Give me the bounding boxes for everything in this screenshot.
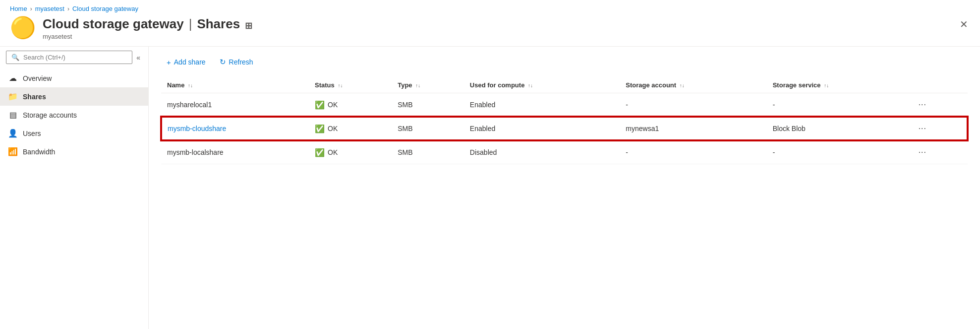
search-icon: 🔍 bbox=[11, 54, 19, 61]
sidebar-item-overview[interactable]: ☁ Overview bbox=[0, 69, 148, 87]
main-content: + Add share ↻ Refresh Name ↑↓ bbox=[149, 47, 980, 329]
cell-storage-account: - bbox=[620, 93, 766, 117]
add-icon: + bbox=[167, 58, 171, 66]
check-icon: ✅ bbox=[315, 148, 325, 157]
search-row: 🔍 « bbox=[6, 51, 142, 64]
sort-icon-status: ↑↓ bbox=[338, 83, 343, 88]
overview-icon: ☁ bbox=[8, 73, 18, 83]
cell-storage-account: - bbox=[620, 140, 766, 164]
cell-name: mysharelocal1 bbox=[161, 93, 309, 117]
sort-icon-compute: ↑↓ bbox=[528, 83, 533, 88]
refresh-icon: ↻ bbox=[220, 58, 226, 66]
breadcrumb-myasetest[interactable]: myasetest bbox=[35, 5, 64, 12]
cell-actions: ··· bbox=[909, 140, 968, 164]
refresh-label: Refresh bbox=[229, 58, 253, 66]
more-actions-button[interactable]: ··· bbox=[915, 146, 930, 159]
breadcrumb-cloud-storage[interactable]: Cloud storage gateway bbox=[72, 5, 138, 12]
shares-table: Name ↑↓ Status ↑↓ Type ↑↓ Used for com bbox=[161, 77, 968, 164]
page-header-left: 🟡 Cloud storage gateway | Shares ⊞ myase… bbox=[10, 16, 252, 40]
share-name-link[interactable]: mysmb-cloudshare bbox=[168, 125, 226, 132]
folder-icon: 🟡 bbox=[10, 17, 36, 38]
page-subtitle: myasetest bbox=[43, 33, 252, 40]
cell-name: mysmb-localshare bbox=[161, 140, 309, 164]
search-input[interactable] bbox=[23, 54, 127, 61]
cell-compute: Disabled bbox=[464, 140, 620, 164]
check-icon: ✅ bbox=[315, 100, 325, 110]
cell-type: SMB bbox=[392, 117, 464, 140]
sort-icon-name: ↑↓ bbox=[188, 83, 193, 88]
cell-compute: Enabled bbox=[464, 93, 620, 117]
status-text: OK bbox=[328, 148, 338, 156]
col-name[interactable]: Name ↑↓ bbox=[161, 77, 309, 93]
cell-compute: Enabled bbox=[464, 117, 620, 140]
cell-actions: ··· bbox=[909, 117, 968, 140]
add-share-label: Add share bbox=[174, 58, 206, 66]
sort-icon-service: ↑↓ bbox=[824, 83, 829, 88]
sidebar-item-shares[interactable]: 📁 Shares bbox=[0, 87, 148, 106]
storage-accounts-icon: ▤ bbox=[8, 110, 18, 120]
cell-storage-service: - bbox=[767, 140, 909, 164]
page-title: Cloud storage gateway | Shares ⊞ bbox=[43, 16, 252, 32]
cell-status: ✅OK bbox=[309, 93, 392, 117]
cell-status: ✅OK bbox=[309, 117, 392, 140]
add-share-button[interactable]: + Add share bbox=[161, 55, 212, 69]
sort-icon-type: ↑↓ bbox=[415, 83, 420, 88]
table-row[interactable]: mysharelocal1✅OKSMBEnabled--··· bbox=[161, 93, 968, 117]
sidebar-item-users[interactable]: 👤 Users bbox=[0, 124, 148, 142]
more-actions-button[interactable]: ··· bbox=[915, 122, 930, 135]
bandwidth-icon: 📶 bbox=[8, 147, 18, 156]
col-actions bbox=[909, 77, 968, 93]
check-icon: ✅ bbox=[315, 124, 325, 133]
overview-label: Overview bbox=[23, 74, 52, 82]
breadcrumb-sep-2: › bbox=[67, 5, 69, 12]
close-button[interactable]: ✕ bbox=[958, 16, 970, 32]
title-separator: | bbox=[189, 16, 192, 32]
resource-name: Cloud storage gateway bbox=[43, 16, 184, 32]
sort-icon-storage: ↑↓ bbox=[680, 83, 685, 88]
toolbar: + Add share ↻ Refresh bbox=[161, 55, 968, 69]
bandwidth-label: Bandwidth bbox=[23, 148, 55, 156]
storage-accounts-label: Storage accounts bbox=[23, 111, 77, 119]
shares-label: Shares bbox=[23, 93, 46, 101]
sidebar-item-storage-accounts[interactable]: ▤ Storage accounts bbox=[0, 106, 148, 124]
table-row[interactable]: mysmb-cloudshare✅OKSMBEnabledmynewsa1Blo… bbox=[161, 117, 968, 140]
cell-storage-account: mynewsa1 bbox=[620, 117, 766, 140]
cell-type: SMB bbox=[392, 93, 464, 117]
collapse-button[interactable]: « bbox=[134, 53, 142, 63]
main-container: Home › myasetest › Cloud storage gateway… bbox=[0, 0, 980, 329]
status-text: OK bbox=[328, 101, 338, 109]
more-actions-button[interactable]: ··· bbox=[915, 98, 930, 111]
body-layout: 🔍 « ☁ Overview 📁 Shares ▤ Storage accoun… bbox=[0, 46, 980, 329]
col-storage-service[interactable]: Storage service ↑↓ bbox=[767, 77, 909, 93]
col-used-for-compute[interactable]: Used for compute ↑↓ bbox=[464, 77, 620, 93]
table-row[interactable]: mysmb-localshare✅OKSMBDisabled--··· bbox=[161, 140, 968, 164]
page-header: 🟡 Cloud storage gateway | Shares ⊞ myase… bbox=[0, 14, 980, 46]
users-icon: 👤 bbox=[8, 129, 18, 138]
cell-storage-service: Block Blob bbox=[767, 117, 909, 140]
search-wrapper: 🔍 bbox=[6, 51, 132, 64]
cell-storage-service: - bbox=[767, 93, 909, 117]
col-storage-account[interactable]: Storage account ↑↓ bbox=[620, 77, 766, 93]
sidebar-item-bandwidth[interactable]: 📶 Bandwidth bbox=[0, 142, 148, 161]
shares-icon: 📁 bbox=[8, 92, 18, 101]
table-header-row: Name ↑↓ Status ↑↓ Type ↑↓ Used for com bbox=[161, 77, 968, 93]
cell-status: ✅OK bbox=[309, 140, 392, 164]
breadcrumb: Home › myasetest › Cloud storage gateway bbox=[0, 0, 980, 14]
breadcrumb-sep-1: › bbox=[30, 5, 32, 12]
section-name: Shares bbox=[197, 16, 240, 32]
sidebar: 🔍 « ☁ Overview 📁 Shares ▤ Storage accoun… bbox=[0, 47, 149, 329]
cell-name: mysmb-cloudshare bbox=[161, 117, 309, 140]
users-label: Users bbox=[23, 130, 41, 137]
refresh-button[interactable]: ↻ Refresh bbox=[214, 55, 259, 69]
breadcrumb-home[interactable]: Home bbox=[10, 5, 27, 12]
col-status[interactable]: Status ↑↓ bbox=[309, 77, 392, 93]
cell-type: SMB bbox=[392, 140, 464, 164]
col-type[interactable]: Type ↑↓ bbox=[392, 77, 464, 93]
cell-actions: ··· bbox=[909, 93, 968, 117]
page-title-block: Cloud storage gateway | Shares ⊞ myasete… bbox=[43, 16, 252, 40]
pin-icon[interactable]: ⊞ bbox=[245, 20, 252, 31]
status-text: OK bbox=[328, 125, 338, 132]
